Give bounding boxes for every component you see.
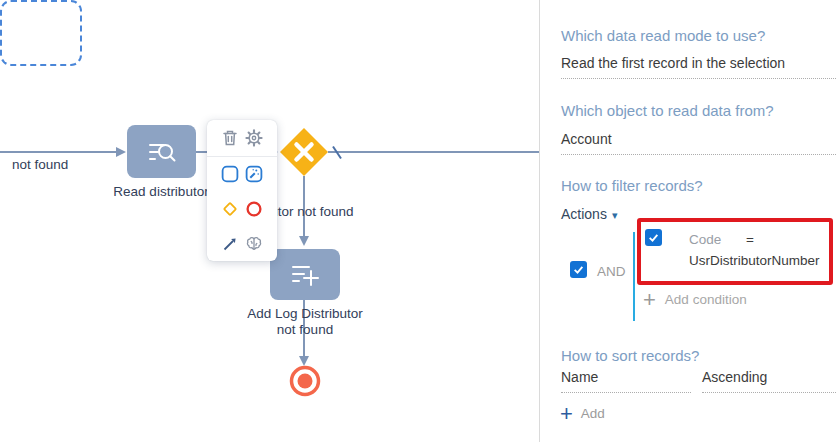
add-condition-button[interactable]: +Add condition	[643, 287, 747, 313]
settings-gear-icon[interactable]	[244, 128, 264, 148]
chevron-down-icon: ▾	[612, 209, 618, 221]
filter-question: How to filter records?	[561, 177, 703, 194]
filter-actions-menu[interactable]: Actions▾	[561, 206, 617, 222]
object-question: Which object to read data from?	[561, 102, 774, 119]
terminate-end-element-icon[interactable]	[244, 199, 264, 219]
add-node-label-line2: not found	[277, 322, 333, 337]
and-group-checkbox[interactable]	[570, 261, 587, 278]
filter-group-line	[633, 232, 635, 321]
sort-direction-value[interactable]: Ascending	[702, 369, 836, 393]
sort-column-value[interactable]: Name	[561, 369, 691, 393]
sequence-flow-icon[interactable]	[220, 234, 240, 254]
delete-icon[interactable]	[220, 128, 240, 148]
add-sort-label: Add	[581, 406, 605, 421]
arrowhead-icon	[116, 147, 126, 157]
exclusive-gateway-node[interactable]	[280, 128, 328, 176]
add-condition-label: Add condition	[665, 292, 747, 307]
plus-icon: +	[643, 287, 656, 312]
arrowhead-icon	[299, 236, 309, 246]
incoming-flow-label: not found	[12, 157, 92, 173]
read-mode-value[interactable]: Read the first record in the selection	[561, 55, 836, 79]
recommendation-element-icon[interactable]	[244, 164, 264, 184]
highlight-annotation-box	[637, 218, 833, 285]
properties-panel: Which data read mode to use? Read the fi…	[540, 0, 836, 442]
add-sort-button[interactable]: +Add	[560, 401, 605, 427]
read-data-node[interactable]	[127, 125, 196, 178]
logical-operator-label[interactable]: AND	[597, 264, 626, 279]
ai-assistant-brain-icon[interactable]	[244, 234, 264, 254]
add-data-icon	[283, 258, 327, 292]
sort-question: How to sort records?	[561, 347, 699, 364]
add-data-node[interactable]	[270, 249, 340, 300]
add-node-label-line1: Add Log Distributor	[247, 306, 363, 321]
task-element-icon[interactable]	[220, 164, 240, 184]
arrowhead-icon	[299, 356, 309, 366]
object-value[interactable]: Account	[561, 131, 836, 155]
end-event-core-icon	[298, 374, 313, 389]
element-context-menu	[207, 120, 277, 261]
read-data-icon	[140, 135, 184, 169]
add-node-label: Add Log Distributor not found	[233, 306, 377, 338]
process-canvas[interactable]: Read distributor Distributor not found n…	[0, 0, 539, 442]
read-mode-question: Which data read mode to use?	[561, 27, 765, 44]
filter-actions-label: Actions	[561, 206, 607, 222]
plus-icon: +	[560, 401, 573, 426]
end-event-node[interactable]	[292, 368, 319, 395]
gateway-element-icon[interactable]	[220, 199, 240, 219]
checkmark-icon	[572, 263, 585, 276]
